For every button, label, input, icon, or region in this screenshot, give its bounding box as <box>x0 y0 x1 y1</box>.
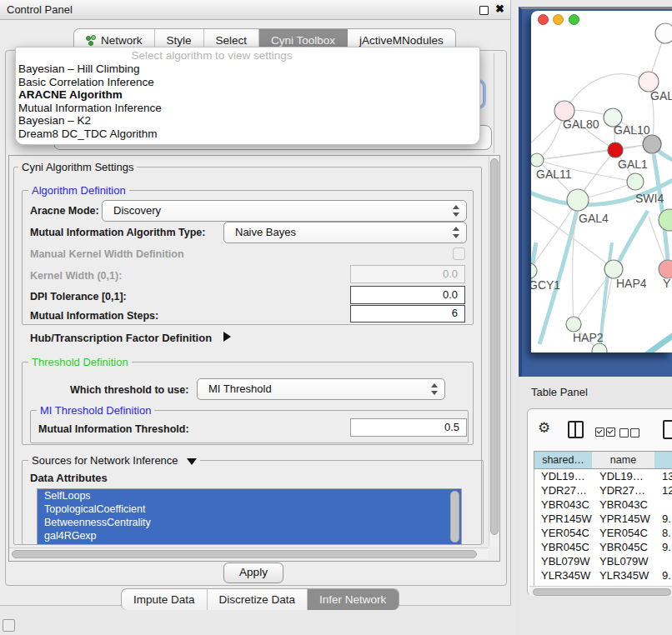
node-gal11[interactable] <box>531 153 544 167</box>
cell: YPR145W <box>541 512 593 526</box>
settings-vscrollbar-thumb[interactable] <box>490 158 499 535</box>
cell: YDR27… <box>599 483 656 498</box>
list-item-gal4rgexp[interactable]: gal4RGexp <box>38 529 461 542</box>
table-row[interactable]: YBR043C YBR043C <box>534 498 672 512</box>
table-row[interactable]: YDR27… YDR27… 12 <box>534 483 672 498</box>
algorithm-popup-placeholder: Select algorithm to view settings <box>16 49 408 62</box>
node-partial-top[interactable] <box>655 23 672 43</box>
node-hap4[interactable] <box>604 260 623 278</box>
tab-impute-data[interactable]: Impute Data <box>122 589 208 610</box>
deselect-all-checkbox-icon[interactable] <box>619 428 629 438</box>
node-partial-bottom[interactable] <box>592 343 607 352</box>
column-layout-icon[interactable] <box>568 421 584 438</box>
settings-vscrollbar[interactable] <box>489 156 499 547</box>
label-y-partial: Y <box>663 277 671 290</box>
table-row[interactable]: YBL079W YBL079W <box>534 554 672 568</box>
mi-steps-label: Mutual Information Steps: <box>30 310 158 322</box>
table-row[interactable]: YDL19… YDL19… 13 <box>534 469 672 483</box>
tab-infer-network[interactable]: Infer Network <box>308 589 399 610</box>
node-gray[interactable] <box>643 135 661 153</box>
tab-discretize-data[interactable]: Discretize Data <box>208 589 308 610</box>
aracne-mode-label: Aracne Mode: <box>30 205 99 217</box>
cell: 12 <box>662 483 672 498</box>
cell: YLR345W <box>541 568 593 582</box>
mi-steps-field[interactable]: 6 <box>350 305 465 322</box>
algorithm-item-aracne[interactable]: ARACNE Algorithm <box>16 88 479 102</box>
mi-threshold-field[interactable]: 0.5 <box>350 418 467 437</box>
combo-stepper-icon <box>452 204 460 218</box>
mi-algorithm-type-value: Naive Bayes <box>235 226 296 238</box>
table-hscrollbar[interactable] <box>529 586 672 596</box>
apply-button[interactable]: Apply <box>223 562 283 583</box>
close-icon[interactable]: ✖ <box>495 2 504 15</box>
column-header-partial[interactable] <box>654 451 672 469</box>
network-icon <box>86 35 96 46</box>
settings-hscrollbar[interactable] <box>9 548 488 559</box>
cell: YDL19… <box>599 469 656 483</box>
table-hscrollbar-thumb[interactable] <box>533 588 671 596</box>
float-window-icon[interactable] <box>479 6 489 15</box>
network-view-window: GAL GAL80 GAL10 GAL1 GAL11 SWI4 GAL4 GCY… <box>531 11 672 352</box>
cell: 9. <box>662 512 672 526</box>
tab-jactivemnodules-label: jActiveMNodules <box>359 34 444 47</box>
table-panel-box: ⚙ shared… name YDL19… YDL19… 13 YDR27… Y… <box>527 408 672 596</box>
algorithm-item-bayesian-k2[interactable]: Bayesian – K2 <box>16 114 479 128</box>
combo-stepper-icon <box>430 382 439 396</box>
file-icon-partial[interactable] <box>663 420 672 439</box>
tab-style-label: Style <box>167 34 192 47</box>
column-header-shared[interactable]: shared… <box>534 451 593 469</box>
mi-algorithm-type-label: Mutual Information Algorithm Type: <box>30 227 205 238</box>
column-header-name[interactable]: name <box>592 451 655 469</box>
cell: YER054C <box>599 526 656 540</box>
sources-toggle[interactable]: Sources for Network Inference <box>28 454 200 467</box>
list-item-selfloops[interactable]: SelfLoops <box>38 489 461 502</box>
network-canvas[interactable]: GAL GAL80 GAL10 GAL1 GAL11 SWI4 GAL4 GCY… <box>531 11 672 352</box>
node-red[interactable] <box>608 142 623 158</box>
gear-icon[interactable]: ⚙ <box>538 419 550 437</box>
table-panel-title: Table Panel <box>531 386 588 398</box>
cell <box>662 554 672 568</box>
algorithm-item-bayesian-hill-climbing[interactable]: Bayesian – Hill Climbing <box>16 62 479 76</box>
control-panel-title: Control Panel <box>7 3 73 16</box>
control-panel-titlebar[interactable]: Control Panel ✖ <box>0 0 510 20</box>
mi-algorithm-type-combo[interactable]: Naive Bayes <box>223 222 467 243</box>
mi-threshold-definition-title: MI Threshold Definition <box>37 404 154 417</box>
node-hap2[interactable] <box>566 317 581 332</box>
algorithm-dropdown-popup: Select algorithm to view settings Bayesi… <box>15 47 480 145</box>
dpi-tolerance-field[interactable]: 0.0 <box>350 286 465 304</box>
node-gal1[interactable] <box>627 173 644 190</box>
algorithm-item-dream8[interactable]: Dream8 DC_TDC Algorithm <box>16 128 479 141</box>
deselect-all-checkbox-icon2[interactable] <box>630 428 639 438</box>
aracne-mode-combo[interactable]: Discovery <box>102 200 467 222</box>
tab-select-label: Select <box>216 34 248 47</box>
data-attributes-list: SelfLoops TopologicalCoefficient Between… <box>37 488 462 545</box>
hub-definition-label: Hub/Transcription Factor Definition <box>30 332 212 344</box>
algorithm-item-basic-correlation[interactable]: Basic Correlation Inference <box>16 76 479 89</box>
settings-hscrollbar-thumb[interactable] <box>12 550 477 558</box>
aracne-mode-value: Discovery <box>113 204 161 217</box>
label-hap2: HAP2 <box>573 331 604 344</box>
list-scrollbar-thumb[interactable] <box>450 491 459 542</box>
panel-border-fragment <box>494 53 494 153</box>
hub-definition-toggle[interactable]: Hub/Transcription Factor Definition <box>30 332 231 344</box>
algorithm-item-mutual-information[interactable]: Mutual Information Inference <box>16 102 479 115</box>
cyni-algorithm-settings-title: Cyni Algorithm Settings <box>18 161 137 173</box>
list-item-betweennesscentrality[interactable]: BetweennessCentrality <box>38 516 461 529</box>
expanded-arrow-icon <box>187 458 197 465</box>
table-row[interactable]: YER054C YER054C 8. <box>534 526 672 540</box>
list-item-topologicalcoefficient[interactable]: TopologicalCoefficient <box>38 502 461 516</box>
which-threshold-combo[interactable]: MI Threshold <box>197 378 445 400</box>
cell: YDR27… <box>541 483 593 498</box>
table-row[interactable]: YBR045C YBR045C 9. <box>534 540 672 554</box>
manual-kernel-width-checkbox[interactable] <box>453 248 465 260</box>
table-row[interactable]: YLR345W YLR345W 9. <box>534 568 672 582</box>
node-salmon-partial[interactable] <box>659 260 672 278</box>
table-row[interactable]: YPR145W YPR145W 9. <box>534 512 672 526</box>
kernel-width-field[interactable]: 0.0 <box>350 265 465 283</box>
panel-grip-icon[interactable] <box>3 619 15 632</box>
select-all-checkbox-icon[interactable] <box>595 428 604 437</box>
node-gal4[interactable] <box>567 189 589 211</box>
cell: 13 <box>662 469 672 483</box>
select-all-checkbox-icon2[interactable] <box>606 428 615 437</box>
node-gcy1[interactable] <box>531 263 537 278</box>
